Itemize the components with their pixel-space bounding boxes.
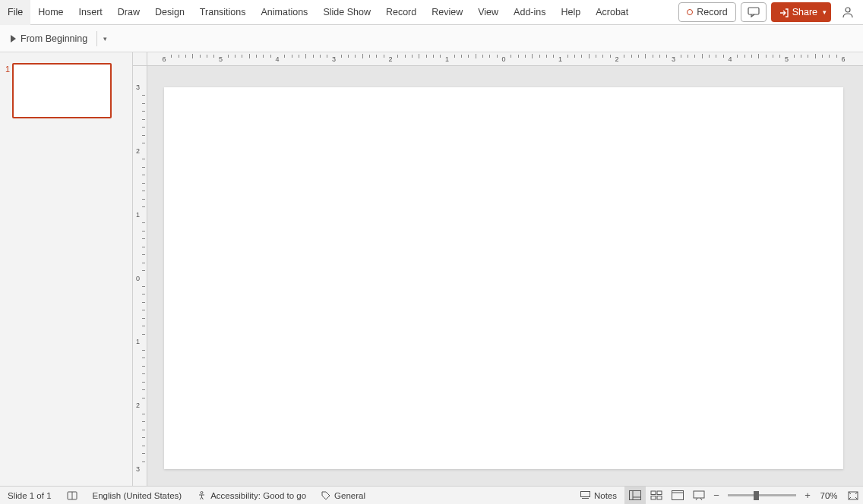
tab-acrobat[interactable]: Acrobat bbox=[588, 0, 636, 25]
record-button[interactable]: Record bbox=[678, 2, 735, 22]
status-accessibility[interactable]: Accessibility: Good to go bbox=[189, 487, 314, 505]
share-button[interactable]: Share ▾ bbox=[771, 2, 831, 22]
share-button-label: Share bbox=[792, 7, 817, 17]
thumbnail-number: 1 bbox=[2, 63, 12, 74]
ruler-h-label: 5 bbox=[219, 55, 223, 63]
ruler-h-label: 3 bbox=[672, 55, 675, 63]
tab-home[interactable]: Home bbox=[30, 0, 71, 25]
tab-review[interactable]: Review bbox=[424, 0, 470, 25]
tab-design[interactable]: Design bbox=[147, 0, 192, 25]
ruler-h-label: 4 bbox=[275, 55, 279, 63]
ruler-h-label: 2 bbox=[388, 55, 392, 63]
sensitivity-label: General bbox=[334, 487, 365, 505]
tab-transitions[interactable]: Transitions bbox=[192, 0, 254, 25]
svg-rect-14 bbox=[672, 491, 684, 500]
fit-to-window-button[interactable] bbox=[843, 487, 863, 505]
reading-view-icon bbox=[672, 490, 684, 500]
view-reading-button[interactable] bbox=[667, 487, 688, 505]
notes-label: Notes bbox=[594, 487, 617, 505]
tab-help[interactable]: Help bbox=[553, 0, 588, 25]
fit-icon bbox=[847, 490, 859, 501]
from-beginning-label: From Beginning bbox=[21, 33, 87, 44]
thumbnail-preview bbox=[12, 63, 112, 118]
ruler-h-label: 3 bbox=[332, 55, 336, 63]
toolbar-more-dropdown[interactable]: ▾ bbox=[100, 32, 110, 46]
view-slideshow-button[interactable] bbox=[688, 487, 710, 505]
status-spellcheck[interactable] bbox=[59, 487, 85, 505]
record-button-label: Record bbox=[697, 7, 727, 17]
slideshow-view-icon bbox=[693, 490, 705, 500]
view-normal-button[interactable] bbox=[624, 487, 646, 505]
status-bar: Slide 1 of 1 English (United States) Acc… bbox=[0, 486, 863, 504]
zoom-slider-thumb[interactable] bbox=[754, 491, 759, 500]
svg-rect-13 bbox=[657, 496, 662, 500]
ruler-h-label: 4 bbox=[728, 55, 732, 63]
ruler-v-label: 3 bbox=[136, 83, 140, 91]
slide-canvas-wrap bbox=[147, 66, 863, 486]
zoom-out-button[interactable]: − bbox=[710, 487, 723, 505]
svg-rect-10 bbox=[651, 491, 656, 495]
svg-rect-5 bbox=[580, 492, 590, 497]
ruler-h-label: 1 bbox=[558, 55, 562, 63]
status-sensitivity[interactable]: General bbox=[314, 487, 373, 505]
svg-rect-12 bbox=[651, 496, 656, 500]
ruler-v-label: 0 bbox=[136, 275, 140, 282]
play-icon bbox=[11, 35, 16, 43]
ruler-v-label: 1 bbox=[136, 211, 140, 219]
vertical-ruler[interactable]: 3210123 bbox=[133, 66, 147, 486]
share-icon bbox=[779, 8, 789, 17]
accessibility-icon bbox=[197, 490, 207, 500]
ruler-h-label: 1 bbox=[445, 55, 449, 63]
zoom-slider[interactable] bbox=[728, 494, 796, 496]
tab-insert[interactable]: Insert bbox=[71, 0, 110, 25]
ruler-v-label: 3 bbox=[136, 465, 140, 473]
notes-icon bbox=[580, 491, 590, 499]
accessibility-label: Accessibility: Good to go bbox=[210, 487, 306, 505]
view-sorter-button[interactable] bbox=[646, 487, 667, 505]
ruler-v-label: 1 bbox=[136, 338, 140, 345]
ruler-h-label: 2 bbox=[615, 55, 618, 63]
ribbon-tabs: File Home Insert Draw Design Transitions… bbox=[0, 0, 863, 25]
toolbar-separator bbox=[96, 31, 97, 46]
notes-button[interactable]: Notes bbox=[573, 487, 624, 505]
share-dropdown-icon: ▾ bbox=[823, 8, 827, 16]
main-area: 1 6543210123456 3210123 bbox=[0, 52, 863, 486]
tab-slideshow[interactable]: Slide Show bbox=[315, 0, 378, 25]
tab-view[interactable]: View bbox=[470, 0, 506, 25]
horizontal-ruler[interactable]: 6543210123456 bbox=[147, 52, 863, 66]
slide-canvas[interactable] bbox=[164, 87, 843, 469]
ruler-origin bbox=[133, 52, 147, 66]
book-icon bbox=[67, 490, 77, 501]
user-account-icon[interactable] bbox=[839, 3, 857, 21]
comment-icon bbox=[748, 7, 760, 17]
tab-animations[interactable]: Animations bbox=[254, 0, 316, 25]
comments-button[interactable] bbox=[741, 2, 767, 22]
thumbnail-slide-1[interactable]: 1 bbox=[0, 63, 132, 118]
status-left: Slide 1 of 1 English (United States) Acc… bbox=[0, 487, 373, 505]
thumbnail-pane: 1 bbox=[0, 52, 133, 486]
status-language[interactable]: English (United States) bbox=[85, 487, 190, 505]
ruler-h-label: 5 bbox=[785, 55, 789, 63]
status-slide-count[interactable]: Slide 1 of 1 bbox=[0, 487, 59, 505]
tab-record[interactable]: Record bbox=[378, 0, 424, 25]
tab-file[interactable]: File bbox=[0, 0, 30, 25]
quick-toolbar: From Beginning ▾ bbox=[0, 25, 863, 52]
zoom-percentage[interactable]: 70% bbox=[814, 491, 843, 500]
record-dot-icon bbox=[687, 9, 693, 15]
tab-addins[interactable]: Add-ins bbox=[506, 0, 553, 25]
ribbon-right-controls: Record Share ▾ bbox=[678, 2, 857, 22]
svg-point-1 bbox=[846, 8, 850, 12]
ruler-h-label: 6 bbox=[162, 55, 166, 63]
svg-rect-16 bbox=[694, 491, 704, 498]
svg-point-4 bbox=[201, 492, 203, 494]
ruler-h-label: 6 bbox=[841, 55, 845, 63]
ruler-v-label: 2 bbox=[136, 402, 140, 409]
from-beginning-button[interactable]: From Beginning bbox=[5, 31, 93, 46]
ruler-v-label: 2 bbox=[136, 147, 140, 155]
tag-icon bbox=[321, 491, 330, 500]
slide-edit-area: 6543210123456 3210123 bbox=[133, 52, 863, 486]
zoom-in-button[interactable]: + bbox=[801, 487, 814, 505]
normal-view-icon bbox=[629, 490, 641, 500]
tab-draw[interactable]: Draw bbox=[110, 0, 147, 25]
svg-rect-0 bbox=[748, 8, 759, 14]
